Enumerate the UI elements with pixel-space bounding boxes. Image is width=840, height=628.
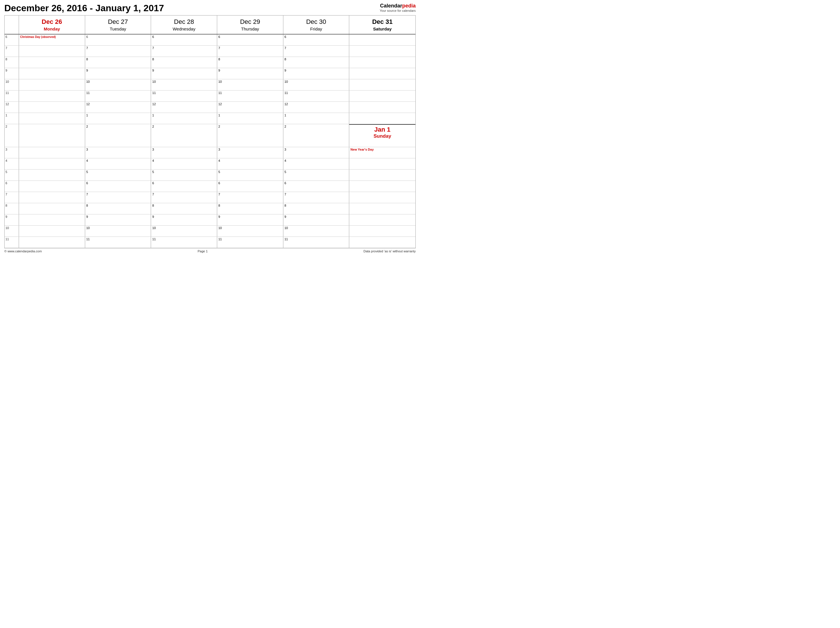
cell-dec30-8pm[interactable]: 8 xyxy=(283,203,349,214)
cell-dec28-1pm[interactable]: 1 xyxy=(151,113,217,124)
cell-dec28-10am[interactable]: 10 xyxy=(151,79,217,90)
cell-dec30-9am[interactable]: 9 xyxy=(283,68,349,79)
cell-dec29-6pm[interactable]: 6 xyxy=(217,181,283,192)
cell-jan1-9pm[interactable] xyxy=(349,214,415,225)
cell-dec31-7am[interactable] xyxy=(349,46,415,57)
cell-dec28-6am[interactable]: 6 xyxy=(151,35,217,46)
cell-dec29-9pm[interactable]: 9 xyxy=(217,214,283,225)
cell-dec29-6am[interactable]: 6 xyxy=(217,35,283,46)
cell-jan1-3pm[interactable]: New Year's Day xyxy=(349,147,415,158)
cell-dec29-10pm[interactable]: 10 xyxy=(217,226,283,236)
cell-dec29-10am[interactable]: 10 xyxy=(217,79,283,90)
cell-dec28-12pm[interactable]: 12 xyxy=(151,102,217,113)
cell-dec27-6am[interactable]: 6 xyxy=(85,35,151,46)
cell-dec27-11am[interactable]: 11 xyxy=(85,91,151,101)
cell-dec27-11pm[interactable]: 11 xyxy=(85,237,151,248)
cell-dec28-8am[interactable]: 8 xyxy=(151,57,217,68)
cell-dec31-9am[interactable] xyxy=(349,68,415,79)
cell-dec26-5pm[interactable] xyxy=(19,170,85,181)
cell-jan1-8pm[interactable] xyxy=(349,203,415,214)
cell-dec26-2pm[interactable] xyxy=(19,124,85,147)
cell-dec26-4pm[interactable] xyxy=(19,158,85,169)
cell-jan1-5pm[interactable] xyxy=(349,170,415,181)
cell-dec28-8pm[interactable]: 8 xyxy=(151,203,217,214)
cell-dec27-1pm[interactable]: 1 xyxy=(85,113,151,124)
cell-dec28-7pm[interactable]: 7 xyxy=(151,192,217,203)
cell-dec29-9am[interactable]: 9 xyxy=(217,68,283,79)
cell-dec31-12pm[interactable] xyxy=(349,102,415,113)
cell-dec26-12pm[interactable] xyxy=(19,102,85,113)
cell-dec27-9pm[interactable]: 9 xyxy=(85,214,151,225)
cell-dec30-11pm[interactable]: 11 xyxy=(283,237,349,248)
cell-dec30-11am[interactable]: 11 xyxy=(283,91,349,101)
cell-dec29-11pm[interactable]: 11 xyxy=(217,237,283,248)
cell-dec27-6pm[interactable]: 6 xyxy=(85,181,151,192)
cell-dec31-1pm[interactable] xyxy=(349,113,415,124)
cell-dec28-11pm[interactable]: 11 xyxy=(151,237,217,248)
cell-dec30-10am[interactable]: 10 xyxy=(283,79,349,90)
cell-dec29-1pm[interactable]: 1 xyxy=(217,113,283,124)
cell-dec29-7pm[interactable]: 7 xyxy=(217,192,283,203)
cell-dec27-10am[interactable]: 10 xyxy=(85,79,151,90)
cell-dec30-6pm[interactable]: 6 xyxy=(283,181,349,192)
cell-dec29-8am[interactable]: 8 xyxy=(217,57,283,68)
cell-dec30-9pm[interactable]: 9 xyxy=(283,214,349,225)
cell-dec30-6am[interactable]: 6 xyxy=(283,35,349,46)
cell-dec26-11am[interactable] xyxy=(19,91,85,101)
cell-dec28-5pm[interactable]: 5 xyxy=(151,170,217,181)
cell-dec29-11am[interactable]: 11 xyxy=(217,91,283,101)
cell-dec28-3pm[interactable]: 3 xyxy=(151,147,217,158)
cell-jan1-11pm[interactable] xyxy=(349,237,415,248)
cell-dec31-11am[interactable] xyxy=(349,91,415,101)
cell-dec26-10pm[interactable] xyxy=(19,226,85,236)
cell-dec30-5pm[interactable]: 5 xyxy=(283,170,349,181)
cell-dec26-11pm[interactable] xyxy=(19,237,85,248)
cell-dec28-2pm[interactable]: 2 xyxy=(151,124,217,147)
cell-dec26-6am[interactable]: Christmas Day (observed) xyxy=(19,35,85,46)
cell-dec27-5pm[interactable]: 5 xyxy=(85,170,151,181)
cell-dec26-6pm[interactable] xyxy=(19,181,85,192)
cell-dec28-9am[interactable]: 9 xyxy=(151,68,217,79)
cell-dec30-3pm[interactable]: 3 xyxy=(283,147,349,158)
cell-dec26-1pm[interactable] xyxy=(19,113,85,124)
cell-dec26-9am[interactable] xyxy=(19,68,85,79)
cell-dec28-4pm[interactable]: 4 xyxy=(151,158,217,169)
cell-dec30-8am[interactable]: 8 xyxy=(283,57,349,68)
cell-jan1-6pm[interactable] xyxy=(349,181,415,192)
cell-dec27-10pm[interactable]: 10 xyxy=(85,226,151,236)
cell-dec30-4pm[interactable]: 4 xyxy=(283,158,349,169)
cell-dec31-10am[interactable] xyxy=(349,79,415,90)
cell-dec29-12pm[interactable]: 12 xyxy=(217,102,283,113)
cell-dec30-12pm[interactable]: 12 xyxy=(283,102,349,113)
cell-dec30-2pm[interactable]: 2 xyxy=(283,124,349,147)
cell-dec29-7am[interactable]: 7 xyxy=(217,46,283,57)
cell-dec26-3pm[interactable] xyxy=(19,147,85,158)
cell-dec31-8am[interactable] xyxy=(349,57,415,68)
cell-dec26-8pm[interactable] xyxy=(19,203,85,214)
cell-jan1-7pm[interactable] xyxy=(349,192,415,203)
cell-dec29-8pm[interactable]: 8 xyxy=(217,203,283,214)
cell-dec29-2pm[interactable]: 2 xyxy=(217,124,283,147)
cell-dec27-8am[interactable]: 8 xyxy=(85,57,151,68)
cell-dec30-7am[interactable]: 7 xyxy=(283,46,349,57)
cell-dec27-3pm[interactable]: 3 xyxy=(85,147,151,158)
cell-jan1-10pm[interactable] xyxy=(349,226,415,236)
cell-dec28-9pm[interactable]: 9 xyxy=(151,214,217,225)
cell-dec27-2pm[interactable]: 2 xyxy=(85,124,151,147)
cell-jan1-4pm[interactable] xyxy=(349,158,415,169)
cell-dec27-12pm[interactable]: 12 xyxy=(85,102,151,113)
cell-dec27-7am[interactable]: 7 xyxy=(85,46,151,57)
cell-dec27-9am[interactable]: 9 xyxy=(85,68,151,79)
cell-dec28-11am[interactable]: 11 xyxy=(151,91,217,101)
cell-dec29-4pm[interactable]: 4 xyxy=(217,158,283,169)
cell-dec31-6am[interactable] xyxy=(349,35,415,46)
cell-dec30-10pm[interactable]: 10 xyxy=(283,226,349,236)
cell-dec30-1pm[interactable]: 1 xyxy=(283,113,349,124)
cell-dec26-8am[interactable] xyxy=(19,57,85,68)
cell-dec27-7pm[interactable]: 7 xyxy=(85,192,151,203)
cell-dec28-6pm[interactable]: 6 xyxy=(151,181,217,192)
cell-dec26-7am[interactable] xyxy=(19,46,85,57)
cell-dec30-7pm[interactable]: 7 xyxy=(283,192,349,203)
cell-dec29-3pm[interactable]: 3 xyxy=(217,147,283,158)
cell-dec29-5pm[interactable]: 5 xyxy=(217,170,283,181)
